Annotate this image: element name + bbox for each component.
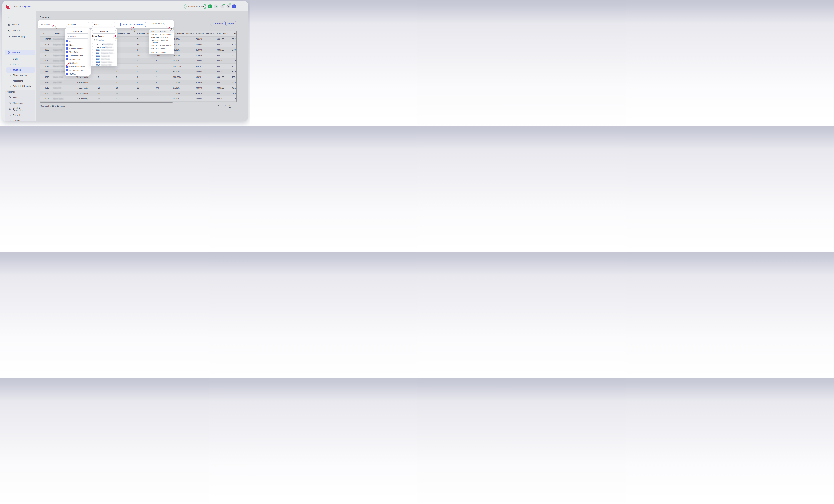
phone-call-button[interactable] [208,4,212,8]
prev-page-button[interactable]: ‹ [225,104,226,107]
timezone-option[interactable]: (GMT+3:00) Istanbul, Minsk, Moscow, St. … [149,36,174,44]
user-avatar[interactable]: DT [232,4,236,8]
availability-status-pill[interactable]: Available 01:07:28 [184,4,206,9]
sort-icon[interactable]: ↕ [193,33,194,35]
column-toggle-option[interactable]: ✓ Answered Calls [66,54,89,58]
search-input[interactable] [44,23,62,26]
export-button[interactable]: Export [225,21,236,26]
queue-filter-option[interactable]: 9004 - Elis Private [92,58,116,61]
sidebar-item-scheduled-reports[interactable]: Scheduled Reports [13,84,36,88]
checkbox[interactable] [92,52,94,54]
sidebar-item-groups[interactable]: Groups [13,118,36,121]
sidebar-item-reports[interactable]: Reports [5,50,35,55]
sidebar-item-messaging-report[interactable]: Messaging [13,79,36,83]
checkbox[interactable] [92,64,94,66]
chevron-down-icon[interactable] [115,35,116,37]
column-toggle-option[interactable]: ✓ Name [66,43,89,47]
column-header[interactable]: Answered Calls↕ [115,31,135,36]
sort-icon[interactable]: ↕ [227,33,228,35]
sidebar-item-monitor[interactable]: Monitor [5,22,35,27]
queue-filter-option[interactable]: 9005 - Support Inbou... [92,61,116,64]
filters-search-input[interactable] [96,39,114,41]
drag-handle-icon[interactable] [217,32,218,35]
checkbox[interactable] [66,62,68,64]
drag-handle-icon[interactable] [53,32,54,35]
clear-all-button[interactable]: Clear all [92,30,116,34]
timezone-option[interactable]: (GMT+2:00) Jerusalem [149,29,174,33]
sidebar-item-users[interactable]: Users [13,62,36,66]
refresh-button[interactable]: ↻ Refresh [210,21,225,26]
sidebar-item-users-permissions[interactable]: Users & Permissions [6,107,35,112]
brand-logo-icon[interactable]: t [6,4,10,8]
checkbox[interactable]: ✓ [66,51,68,53]
timezone-option[interactable]: (GMT+3:00) Nairobi [149,47,174,50]
queue-filter-option[interactable]: 6669 - Default Inbound [92,49,116,52]
column-toggle-option[interactable]: ✓ Missed Calls [66,58,89,61]
sidebar-item-contacts[interactable]: Contacts [5,28,35,33]
column-header[interactable]: #↕ [40,31,52,36]
collapse-sidebar-button[interactable]: ← [7,16,10,19]
drag-handle-icon[interactable] [196,32,197,35]
timezone-option[interactable]: (GMT+3:00) Baghdad [149,50,174,54]
queue-filter-option[interactable]: 9003 - Support All [92,54,116,58]
sort-icon[interactable]: ↕ [213,33,214,35]
checkbox[interactable]: ✓ [66,47,68,49]
column-toggle-option[interactable]: ✓ Call Distribution [66,47,89,50]
queue-filter-option[interactable]: 23423234 - Olga test ... [92,46,116,49]
drag-handle-icon[interactable] [137,32,138,35]
column-toggle-option[interactable]: Distribution [66,61,89,65]
help-button[interactable]: ? [226,4,231,8]
queue-filter-option[interactable]: 9010 - Darena CSM [92,64,116,67]
checkbox[interactable]: ✓ [66,73,68,75]
date-range-input[interactable] [122,23,144,26]
queue-filter-option[interactable]: 9001 - Bulgarian Tech ... [92,51,116,54]
column-header[interactable]: Answered Calls %↕ [172,31,194,36]
checkbox[interactable]: ✓ [66,40,68,42]
scroll-down-icon[interactable]: ▾ [173,52,174,54]
current-page-button[interactable]: 1 [228,104,231,108]
column-header[interactable]: Missed Calls %↕ [194,31,215,36]
breadcrumb-section[interactable]: Reports [14,5,21,8]
sidebar-item-extensions[interactable]: Extensions [13,113,36,117]
horizontal-scrollbar[interactable] [40,102,173,103]
checkbox[interactable] [92,46,94,48]
timezone-dropdown-button[interactable]: (GMT+2:00) ... [151,22,167,27]
queue-filter-option[interactable]: 101212 - PavelQATest [92,43,116,46]
sidebar-item-queues[interactable]: Queues [13,68,36,72]
select-all-button[interactable]: Select all [66,30,89,34]
sort-icon[interactable]: ↕ [131,33,133,35]
drag-handle-icon[interactable] [232,32,233,35]
column-toggle-option[interactable]: ✓ SL Goal [66,72,89,76]
checkbox[interactable] [92,49,94,51]
sidebar-item-voice-settings[interactable]: Voice [6,94,35,100]
dropdown-scrollbar-thumb[interactable] [173,41,174,47]
columns-dropdown-button[interactable]: Columns [66,22,89,27]
filter-queues-header[interactable]: Filter Queues [92,35,116,37]
checkbox[interactable]: ✓ [66,44,68,46]
checkbox[interactable]: ✓ [66,69,68,71]
checkbox[interactable]: ✓ [66,66,68,68]
checkbox[interactable] [92,61,94,63]
sidebar-item-phone-numbers[interactable]: Phone Numbers [13,73,36,78]
sidebar-item-messaging-settings[interactable]: Messaging [6,101,35,106]
sidebar-item-my-messaging[interactable]: My Messaging [5,34,35,39]
page-size-selector[interactable]: 25 ▴▾ [217,104,220,106]
columns-search-input[interactable] [70,36,88,38]
filters-dropdown-button[interactable]: Filters [92,22,115,27]
checkbox[interactable] [92,43,94,45]
checkbox[interactable] [92,55,94,57]
column-toggle-option[interactable]: ✓ # [66,39,89,43]
call-quality-button[interactable] [214,4,218,8]
drag-handle-icon[interactable] [41,32,42,35]
vertical-scrollbar[interactable] [236,31,237,102]
checkbox[interactable] [92,58,94,60]
timezone-option[interactable]: (GMT+2:00) Harare, Pretoria [149,33,174,36]
checkbox[interactable]: ✓ [66,58,68,60]
sort-icon[interactable]: ↕ [45,33,46,35]
notifications-button[interactable] [220,4,224,8]
checkbox[interactable]: ✓ [66,55,68,57]
sidebar-item-calls[interactable]: Calls [13,57,36,61]
timezone-option[interactable]: (GMT+3:00) Kuwait, Riyadh [149,44,174,47]
column-toggle-option[interactable]: ✓ Answered Calls % [66,65,89,69]
column-toggle-option[interactable]: ✓ Missed Calls % [66,68,89,72]
